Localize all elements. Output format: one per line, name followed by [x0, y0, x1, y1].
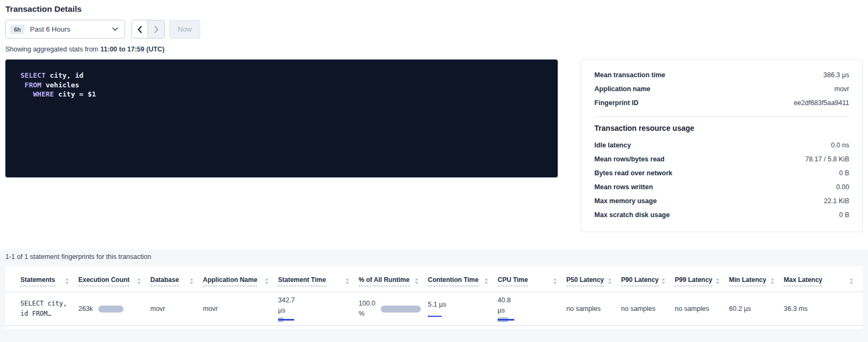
sort-icon[interactable]: [414, 277, 419, 285]
column-header-statement-time[interactable]: Statement Time: [278, 276, 326, 286]
sql-line: WHERE city = $1: [20, 90, 96, 98]
sql-statement-box: SELECT city, id FROM vehicles WHERE city…: [5, 60, 558, 177]
resource-row-max-memory-usage: Max memory usage 22.1 KiB: [594, 194, 849, 208]
sort-icon[interactable]: [484, 277, 489, 285]
column-header-p50-latency[interactable]: P50 Latency: [566, 276, 604, 286]
table-header-row: Statements Execution Count Database Appl…: [5, 266, 863, 292]
time-range-badge: 6h: [10, 25, 25, 34]
column-header-statements[interactable]: Statements: [20, 276, 55, 286]
column-header-contention-time[interactable]: Contention Time: [428, 276, 478, 286]
top-section: Transaction Details 6h Past 6 Hours Now: [0, 0, 868, 249]
page-title: Transaction Details: [5, 4, 863, 14]
column-header-min-latency[interactable]: Min Latency: [729, 276, 766, 286]
statement-time-bar: [278, 317, 294, 322]
sort-icon[interactable]: [189, 277, 194, 285]
column-header-application-name[interactable]: Application Name: [203, 276, 257, 286]
sort-icon[interactable]: [64, 277, 70, 285]
caption-prefix: Showing aggregated stats from: [5, 46, 98, 53]
sql-keyword: WHERE: [33, 90, 54, 98]
column-header-cpu-time[interactable]: CPU Time: [498, 276, 528, 286]
sql-keyword: SELECT: [20, 71, 46, 79]
sort-icon[interactable]: [264, 277, 269, 285]
sort-icon[interactable]: [770, 277, 775, 285]
resource-row-mean-rows-bytes-read: Mean rows/bytes read 78.17 / 5.8 KiB: [594, 152, 849, 166]
database-cell: movr: [150, 305, 165, 313]
min-latency-cell: 60.2 µs: [729, 305, 751, 313]
p50-latency-cell: no samples: [566, 305, 601, 313]
sort-icon[interactable]: [552, 277, 558, 285]
previous-interval-button[interactable]: [132, 20, 148, 38]
contention-time-cell: 5.1 µs: [428, 300, 492, 318]
sort-icon[interactable]: [849, 277, 854, 285]
sort-icon[interactable]: [715, 277, 720, 285]
column-header-database[interactable]: Database: [150, 276, 179, 286]
sort-icon[interactable]: [345, 277, 350, 285]
sql-line: FROM vehicles: [20, 81, 79, 89]
chevron-right-icon: [154, 26, 159, 33]
execution-count-cell: 263k: [78, 305, 145, 313]
statements-table-card: Statements Execution Count Database Appl…: [5, 266, 863, 329]
resource-row-bytes-read-over-network: Bytes read over network 0 B: [594, 166, 849, 180]
caption-time-range: 11:00 to 17:59 (UTC): [100, 46, 164, 53]
column-header-max-latency[interactable]: Max Latency: [784, 276, 822, 286]
time-range-dropdown[interactable]: 6h Past 6 Hours: [5, 20, 125, 39]
statement-time-cell: 342.7 µs: [278, 295, 353, 322]
resource-row-idle-latency: Idle latency 0.0 ns: [594, 138, 849, 152]
application-name-cell: movr: [203, 305, 218, 313]
execution-count-bar: [98, 306, 123, 313]
cpu-time-bar: [498, 317, 514, 322]
contention-time-bar: [428, 314, 442, 318]
max-latency-cell: 36.3 ms: [784, 305, 807, 313]
p99-latency-cell: no samples: [675, 305, 709, 313]
transaction-summary-card: Mean transaction time 386.3 µs Applicati…: [581, 60, 863, 232]
resource-row-mean-rows-written: Mean rows written 0.00: [594, 180, 849, 194]
summary-row-fingerprint-id: Fingerprint ID ee2df683f5aa9411: [594, 96, 849, 110]
chevron-left-icon: [137, 26, 142, 33]
column-header-p90-latency[interactable]: P90 Latency: [621, 276, 659, 286]
resource-row-max-scratch-disk-usage: Max scratch disk usage 0 B: [594, 208, 849, 222]
aggregated-stats-caption: Showing aggregated stats from 11:00 to 1…: [5, 46, 863, 53]
sort-icon[interactable]: [136, 277, 142, 285]
fingerprint-count-caption: 1-1 of 1 statement fingerprints for this…: [5, 253, 863, 261]
statements-section: 1-1 of 1 statement fingerprints for this…: [0, 249, 868, 329]
sort-icon[interactable]: [607, 277, 612, 285]
statements-table: Statements Execution Count Database Appl…: [5, 266, 863, 326]
cpu-time-cell: 40.8 µs: [498, 295, 561, 322]
column-header-p99-latency[interactable]: P99 Latency: [675, 276, 712, 286]
time-controls: 6h Past 6 Hours Now: [5, 20, 863, 39]
statement-fingerprint-link[interactable]: SELECT city, id FROM…: [20, 299, 73, 319]
sql-keyword: FROM: [25, 81, 41, 89]
column-header-execution-count[interactable]: Execution Count: [78, 276, 129, 286]
sql-line: SELECT city, id: [20, 71, 83, 79]
next-interval-button[interactable]: [148, 20, 164, 38]
time-step-buttons: [132, 20, 165, 39]
sort-icon[interactable]: [661, 277, 666, 285]
pct-runtime-cell: 100.0 %: [359, 299, 422, 319]
summary-row-application-name: Application name movr: [594, 82, 849, 96]
pct-runtime-bar: [381, 306, 421, 313]
now-button[interactable]: Now: [169, 20, 200, 39]
time-range-label: Past 6 Hours: [30, 25, 107, 33]
summary-row-mean-transaction-time: Mean transaction time 386.3 µs: [594, 68, 849, 82]
card-divider: [594, 116, 849, 117]
column-header-pct-all-runtime[interactable]: % of All Runtime: [359, 276, 410, 286]
statement-row: SELECT city, id FROM… 263k movr movr: [5, 292, 863, 326]
resource-usage-title: Transaction resource usage: [594, 124, 849, 132]
p90-latency-cell: no samples: [621, 305, 655, 313]
chevron-down-icon: [112, 27, 118, 31]
